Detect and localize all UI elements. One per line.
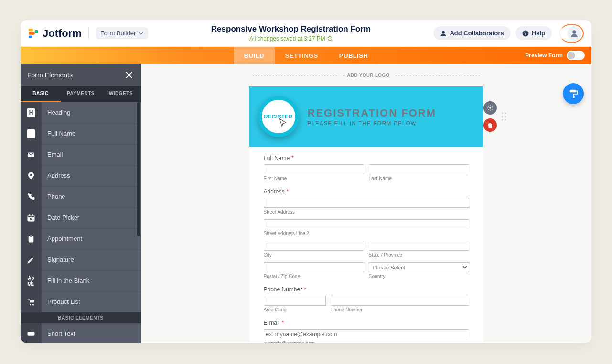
email-input[interactable] [264,329,469,339]
save-status: All changes saved at 3:27 PM [249,35,333,42]
sidebar-item-shorttext[interactable]: Short Text [21,323,141,343]
svg-rect-2 [29,35,32,38]
tab-settings[interactable]: SETTINGS [275,47,329,64]
svg-rect-22 [28,332,34,335]
close-icon [126,72,132,78]
svg-point-11 [30,174,32,176]
country-sublabel: Country [369,274,469,279]
required-star: * [291,155,294,161]
state-input[interactable] [369,241,469,251]
close-sidebar-button[interactable] [124,70,134,80]
sidebar-scrollbar[interactable] [137,102,140,236]
email-label: E-mail [264,320,280,326]
shorttext-icon [27,330,35,338]
sidebar-tab-basic[interactable]: BASIC [21,86,61,102]
divider-dots [395,75,481,76]
sidebar-item-heading[interactable]: HHeading [21,102,141,123]
location-icon [27,171,35,180]
sidebar-item-fullname[interactable]: Full Name [21,123,141,144]
sidebar-item-address[interactable]: Address [21,165,141,186]
phone-label: Phone Number [264,286,302,293]
street-input[interactable] [264,198,469,208]
form-title[interactable]: Responsive Workshop Registration Form [148,24,433,34]
user-icon [570,29,579,38]
phonenumber-sublabel: Phone Number [331,307,469,312]
svg-rect-18 [29,236,34,243]
svg-rect-0 [29,28,33,31]
required-star: * [287,188,289,195]
tab-publish[interactable]: PUBLISH [329,47,379,64]
svg-rect-19 [30,235,32,236]
phone-icon [27,193,35,201]
svg-rect-1 [29,32,35,35]
clipboard-icon [27,235,35,243]
lastname-input[interactable] [369,164,469,174]
divider-dots [252,75,338,76]
history-icon [327,36,333,41]
city-input[interactable] [264,241,364,251]
drag-handle[interactable] [502,113,506,121]
city-sublabel: City [264,252,364,257]
preview-form-toggle[interactable] [567,51,585,60]
sidebar-tab-payments[interactable]: PAYMENTS [61,86,101,102]
fullname-label: Full Name [264,155,290,161]
paint-roller-icon [568,88,579,99]
add-logo-button[interactable]: + ADD YOUR LOGO [343,73,389,78]
fillblank-icon: Abgh [28,276,34,286]
banner-title: REGISTRATION FORM [308,107,475,119]
element-settings-button[interactable] [483,101,497,115]
element-delete-button[interactable] [483,118,497,132]
firstname-input[interactable] [264,164,364,174]
required-star: * [282,320,284,326]
basic-elements-section: BASIC ELEMENTS [21,312,141,323]
sidebar-item-datepicker[interactable]: 10Date Picker [21,207,141,228]
svg-point-21 [32,304,34,305]
form-builder-dropdown[interactable]: Form Builder [96,27,148,39]
areacode-input[interactable] [264,296,326,306]
user-icon [27,129,35,138]
calendar-icon: 10 [27,214,35,222]
street-sublabel: Street Address [264,209,469,214]
sidebar-item-phone[interactable]: Phone [21,186,141,207]
banner-subtitle: PLEASE FILL IN THE FORM BELOW [308,120,475,126]
svg-text:10: 10 [30,217,33,220]
state-sublabel: State / Province [369,252,469,257]
sidebar-tab-widgets[interactable]: WIDGETS [101,86,141,102]
required-star: * [304,286,306,293]
form-header-element[interactable]: REGISTER REGISTRATION FORM PLEASE FILL I… [249,86,483,147]
add-collaborators-button[interactable]: Add Collaborators [433,26,510,40]
areacode-sublabel: Area Code [264,307,326,312]
chevron-down-icon [139,31,143,36]
svg-rect-3 [35,30,38,33]
form-designer-fab[interactable] [563,83,584,104]
firstname-sublabel: First Name [264,176,364,181]
email-sublabel: example@example.com [264,341,469,343]
sidebar-item-signature[interactable]: Signature [21,249,141,270]
tab-build[interactable]: BUILD [234,47,275,64]
jotform-logo-icon [28,28,39,39]
help-button[interactable]: ? Help [515,26,552,40]
sidebar-item-productlist[interactable]: Product List [21,291,141,312]
country-select[interactable]: Please Select [369,262,469,272]
user-avatar[interactable] [559,24,584,43]
street2-input[interactable] [264,219,469,229]
postal-input[interactable] [264,262,364,272]
email-icon [27,150,35,159]
street2-sublabel: Street Address Line 2 [264,231,469,236]
phonenumber-input[interactable] [331,296,469,306]
cart-icon [27,298,35,306]
preview-form-label: Preview Form [525,52,563,59]
sidebar-item-appointment[interactable]: Appointment [21,228,141,249]
sidebar-item-email[interactable]: Email [21,144,141,165]
svg-point-10 [29,130,33,134]
heading-icon: H [27,108,35,117]
svg-point-4 [442,31,445,33]
gear-icon [487,105,494,111]
svg-rect-25 [570,90,576,93]
svg-point-24 [489,107,491,109]
sidebar-item-fillblank[interactable]: AbghFill in the Blank [21,270,141,291]
logo[interactable]: Jotform [28,27,82,40]
cursor-icon [278,118,288,128]
sidebar-title: Form Elements [27,71,73,79]
svg-point-7 [572,30,576,34]
